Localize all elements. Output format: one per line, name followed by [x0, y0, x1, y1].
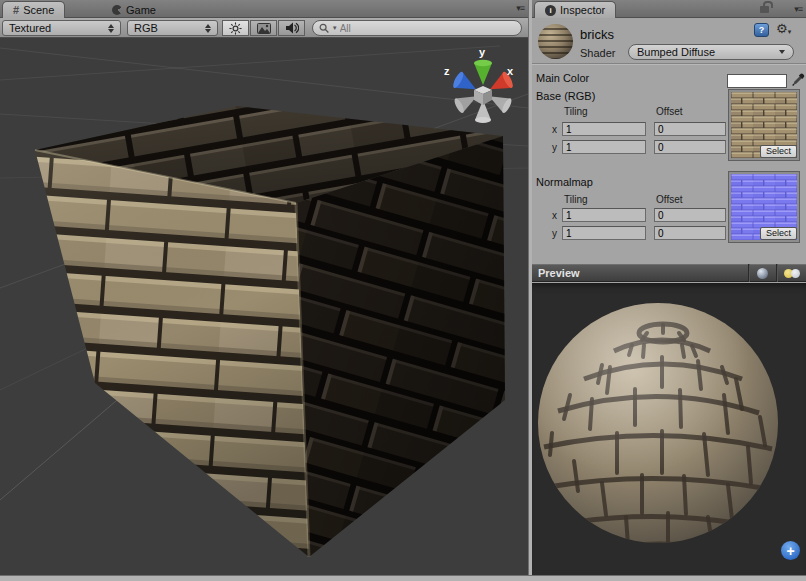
preview-header[interactable]: Preview [532, 264, 806, 282]
search-input[interactable] [340, 23, 515, 34]
sphere-icon [757, 268, 768, 279]
tab-scene[interactable]: # Scene [2, 1, 65, 18]
scene-panel: # Scene Game ▾≡ Textured RGB [0, 0, 528, 575]
main-color-label: Main Color [536, 72, 589, 84]
preview-lighting-button[interactable] [776, 264, 806, 282]
tab-game[interactable]: Game [102, 1, 166, 18]
scene-skybox-toggle[interactable] [250, 20, 277, 36]
scene-toolbar: Textured RGB [0, 18, 528, 38]
material-header: bricks Shader Bumped Diffuse ? ⚙ [532, 18, 806, 64]
preview-area[interactable]: + [532, 283, 806, 575]
preview-sphere-button[interactable] [748, 264, 776, 282]
updown-arrows-icon [108, 24, 114, 33]
color-mode-dropdown[interactable]: RGB [127, 20, 218, 36]
normal-offset-label: Offset [656, 194, 683, 205]
gear-icon[interactable]: ⚙ [776, 21, 791, 36]
two-lights-icon [783, 268, 801, 279]
base-tiling-label: Tiling [564, 106, 588, 117]
brick-cube[interactable] [35, 106, 505, 557]
scene-canvas[interactable]: y x z [0, 38, 528, 575]
shader-dropdown[interactable]: Bumped Diffuse [628, 44, 794, 60]
unity-editor-window: # Scene Game ▾≡ Textured RGB [0, 0, 806, 581]
render-mode-value: Textured [9, 22, 51, 34]
normal-tiling-label: Tiling [564, 194, 588, 205]
material-name: bricks [580, 27, 614, 42]
window-bottom-edge [0, 575, 806, 581]
inspector-tabbar: i Inspector ▾≡ [532, 0, 806, 18]
color-mode-value: RGB [134, 22, 158, 34]
eyedropper-icon[interactable] [791, 71, 805, 87]
base-offset-label: Offset [656, 106, 683, 117]
scene-viewport[interactable]: y x z [0, 38, 528, 575]
gizmo-label-z: z [444, 65, 450, 77]
base-tiling-x-field[interactable] [562, 122, 646, 136]
preview-title: Preview [538, 267, 580, 279]
image-icon [257, 23, 271, 34]
lock-icon[interactable] [760, 6, 769, 13]
game-pacman-icon [112, 5, 122, 15]
gizmo-label-x: x [507, 65, 514, 77]
shader-value: Bumped Diffuse [637, 46, 715, 58]
scene-tabbar: # Scene Game ▾≡ [0, 0, 528, 18]
normal-tiling-y-field[interactable] [562, 226, 646, 240]
tab-inspector-label: Inspector [560, 4, 605, 16]
help-icon[interactable]: ? [754, 23, 769, 37]
normalmap-select-button[interactable]: Select [760, 227, 797, 240]
scene-panel-menu-icon[interactable]: ▾≡ [516, 4, 524, 13]
chevron-down-icon [779, 50, 785, 54]
scene-audio-toggle[interactable] [278, 20, 305, 36]
base-map-label: Base (RGB) [536, 90, 595, 102]
base-x-label: x [552, 124, 557, 135]
gizmo-axis-y[interactable] [474, 60, 492, 85]
normal-x-label: x [552, 210, 557, 221]
preview-sphere[interactable] [532, 283, 806, 575]
shader-label: Shader [580, 47, 615, 59]
base-offset-x-field[interactable] [654, 122, 726, 136]
scene-grid-icon: # [13, 4, 19, 16]
base-y-label: y [552, 142, 557, 153]
normal-offset-y-field[interactable] [654, 226, 726, 240]
scene-lighting-toggle[interactable] [222, 20, 249, 36]
speaker-icon [285, 22, 299, 34]
tab-scene-label: Scene [23, 4, 54, 16]
inspector-menu-icon[interactable]: ▾≡ [794, 5, 802, 14]
base-texture-thumbnail[interactable]: Select [729, 90, 799, 160]
render-mode-dropdown[interactable]: Textured [2, 20, 121, 36]
material-preview-icon [538, 24, 573, 59]
scene-search[interactable]: ▼ [312, 20, 522, 36]
base-offset-y-field[interactable] [654, 140, 726, 154]
sun-icon [229, 22, 242, 35]
base-select-button[interactable]: Select [760, 145, 797, 158]
normal-y-label: y [552, 228, 557, 239]
tab-inspector[interactable]: i Inspector [534, 1, 616, 18]
normalmap-texture-thumbnail[interactable]: Select [729, 172, 799, 242]
search-filter-arrow-icon[interactable]: ▼ [332, 25, 338, 31]
scene-orientation-gizmo[interactable]: y x z [444, 46, 515, 123]
info-icon: i [545, 5, 556, 16]
tab-game-label: Game [126, 4, 156, 16]
normal-tiling-x-field[interactable] [562, 208, 646, 222]
inspector-panel: i Inspector ▾≡ bricks Shader Bumped Diff… [532, 0, 806, 575]
updown-arrows-icon [205, 24, 211, 33]
base-tiling-y-field[interactable] [562, 140, 646, 154]
search-icon [319, 23, 330, 34]
normalmap-label: Normalmap [536, 176, 593, 188]
main-color-swatch[interactable] [727, 74, 787, 88]
normal-offset-x-field[interactable] [654, 208, 726, 222]
gizmo-label-y: y [479, 46, 486, 58]
add-button[interactable]: + [781, 541, 800, 560]
